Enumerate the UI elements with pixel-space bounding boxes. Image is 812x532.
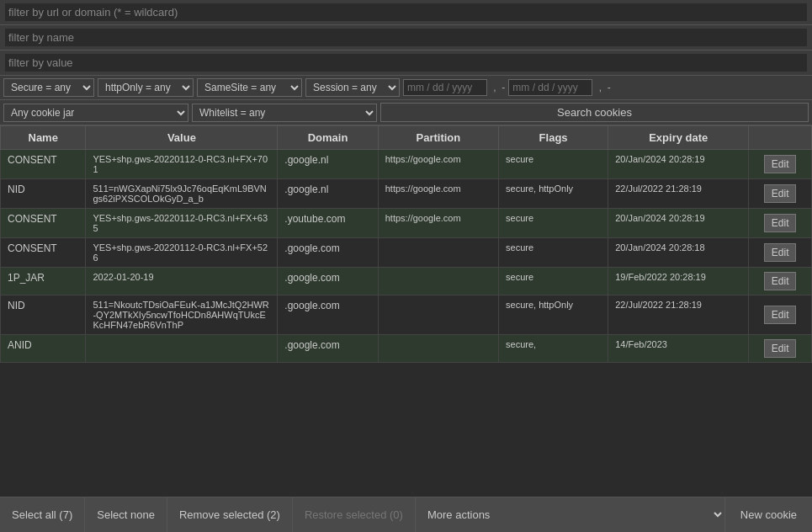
cell-value: YES+shp.gws-20220112-0-RC3.nl+FX+635 bbox=[86, 209, 278, 238]
cell-edit: Edit bbox=[749, 268, 812, 295]
cell-value: 2022-01-20-19 bbox=[86, 268, 278, 295]
cell-partition bbox=[378, 295, 498, 335]
table-row: NID 511=NkoutcTDsiOaFEuK-a1JMcJtQ2HWR-QY… bbox=[1, 295, 812, 335]
cell-edit: Edit bbox=[749, 238, 812, 268]
edit-button[interactable]: Edit bbox=[764, 214, 797, 232]
date-separator-2: , - bbox=[596, 82, 610, 93]
cell-edit: Edit bbox=[749, 150, 812, 179]
col-header-domain: Domain bbox=[278, 126, 378, 150]
url-filter-input[interactable] bbox=[5, 3, 807, 21]
edit-button[interactable]: Edit bbox=[764, 243, 797, 262]
value-filter-row bbox=[0, 51, 812, 76]
table-header-row: Name Value Domain Partition Flags Expiry… bbox=[1, 126, 812, 150]
cell-flags: secure, httpOnly bbox=[499, 295, 608, 335]
cell-partition: https://google.com bbox=[378, 209, 498, 238]
cell-name: NID bbox=[1, 179, 86, 209]
edit-button[interactable]: Edit bbox=[764, 184, 797, 203]
cell-partition bbox=[378, 335, 498, 363]
session-select[interactable]: Session = anySession = trueSession = fal… bbox=[305, 78, 400, 97]
edit-button[interactable]: Edit bbox=[764, 306, 797, 324]
cell-expiry: 20/Jan/2024 20:28:18 bbox=[608, 238, 749, 268]
date-to-input[interactable] bbox=[508, 79, 592, 96]
cell-partition: https://google.com bbox=[378, 150, 498, 179]
select-all-button[interactable]: Select all (7) bbox=[0, 497, 85, 532]
cell-expiry: 22/Jul/2022 21:28:19 bbox=[608, 295, 749, 335]
cell-expiry: 20/Jan/2024 20:28:19 bbox=[608, 150, 749, 179]
samesite-select[interactable]: SameSite = anySameSite = StrictSameSite … bbox=[197, 78, 302, 97]
cell-edit: Edit bbox=[749, 209, 812, 238]
secure-select[interactable]: Secure = anySecure = trueSecure = false bbox=[3, 78, 94, 97]
cell-flags: secure, bbox=[499, 335, 608, 363]
cell-value: 511=nWGXapNi75lx9Jc76oqEqKmL9BVNgs62iPXS… bbox=[86, 179, 278, 209]
cell-domain: .youtube.com bbox=[278, 209, 378, 238]
cell-value: YES+shp.gws-20220112-0-RC3.nl+FX+701 bbox=[86, 150, 278, 179]
col-header-partition: Partition bbox=[378, 126, 498, 150]
select-none-button[interactable]: Select none bbox=[85, 497, 167, 532]
cell-name: CONSENT bbox=[1, 209, 86, 238]
cell-expiry: 14/Feb/2023 bbox=[608, 335, 749, 363]
cell-domain: .google.nl bbox=[278, 150, 378, 179]
cell-flags: secure bbox=[499, 150, 608, 179]
table-row: CONSENT YES+shp.gws-20220112-0-RC3.nl+FX… bbox=[1, 238, 812, 268]
new-cookie-button[interactable]: New cookie bbox=[725, 497, 812, 532]
cell-partition bbox=[378, 238, 498, 268]
cell-domain: .google.nl bbox=[278, 179, 378, 209]
cell-name: CONSENT bbox=[1, 150, 86, 179]
selects-row-2: Any cookie jar Whitelist = anyWhitelist … bbox=[0, 100, 812, 125]
table-row: 1P_JAR 2022-01-20-19 .google.com secure … bbox=[1, 268, 812, 295]
selects-row-1: Secure = anySecure = trueSecure = false … bbox=[0, 76, 812, 100]
bottom-bar: Select all (7) Select none Remove select… bbox=[0, 497, 812, 532]
httponly-select[interactable]: httpOnly = anyhttpOnly = truehttpOnly = … bbox=[98, 78, 194, 97]
cell-edit: Edit bbox=[749, 179, 812, 209]
col-header-name: Name bbox=[1, 126, 86, 150]
cell-name: 1P_JAR bbox=[1, 268, 86, 295]
cell-flags: secure, httpOnly bbox=[499, 179, 608, 209]
table-row: CONSENT YES+shp.gws-20220112-0-RC3.nl+FX… bbox=[1, 209, 812, 238]
table-row: CONSENT YES+shp.gws-20220112-0-RC3.nl+FX… bbox=[1, 150, 812, 179]
cell-flags: secure bbox=[499, 209, 608, 238]
cell-domain: .google.com bbox=[278, 335, 378, 363]
cell-expiry: 19/Feb/2022 20:28:19 bbox=[608, 268, 749, 295]
name-filter-row bbox=[0, 25, 812, 51]
search-cookies-button[interactable]: Search cookies bbox=[380, 103, 809, 122]
col-header-value: Value bbox=[86, 126, 278, 150]
whitelist-select[interactable]: Whitelist = anyWhitelist = trueWhitelist… bbox=[192, 104, 377, 122]
cell-domain: .google.com bbox=[278, 238, 378, 268]
cookies-table-container: Name Value Domain Partition Flags Expiry… bbox=[0, 125, 812, 477]
url-filter-row bbox=[0, 0, 812, 25]
cookie-jar-select[interactable]: Any cookie jar bbox=[3, 104, 188, 122]
cell-flags: secure bbox=[499, 268, 608, 295]
cell-partition: https://google.com bbox=[378, 179, 498, 209]
cell-name: NID bbox=[1, 295, 86, 335]
col-header-expiry: Expiry date bbox=[608, 126, 749, 150]
edit-button[interactable]: Edit bbox=[764, 339, 797, 358]
cell-value: 511=NkoutcTDsiOaFEuK-a1JMcJtQ2HWR-QY2MTk… bbox=[86, 295, 278, 335]
edit-button[interactable]: Edit bbox=[764, 272, 797, 290]
edit-button[interactable]: Edit bbox=[764, 155, 797, 173]
name-filter-input[interactable] bbox=[5, 29, 807, 46]
date-separator-1: , - bbox=[491, 82, 505, 93]
more-actions-container: More actionsExport selectedImport cookie… bbox=[416, 497, 725, 532]
cookies-table: Name Value Domain Partition Flags Expiry… bbox=[0, 125, 812, 363]
restore-selected-button[interactable]: Restore selected (0) bbox=[293, 497, 416, 532]
col-header-actions bbox=[749, 126, 812, 150]
cell-domain: .google.com bbox=[278, 295, 378, 335]
more-actions-select[interactable]: More actionsExport selectedImport cookie… bbox=[416, 497, 724, 532]
table-row: ANID .google.com secure, 14/Feb/2023 Edi… bbox=[1, 335, 812, 363]
cell-name: ANID bbox=[1, 335, 86, 363]
cell-value: YES+shp.gws-20220112-0-RC3.nl+FX+526 bbox=[86, 238, 278, 268]
cell-edit: Edit bbox=[749, 295, 812, 335]
value-filter-input[interactable] bbox=[5, 54, 807, 72]
cell-flags: secure bbox=[499, 238, 608, 268]
cell-value bbox=[86, 335, 278, 363]
cell-edit: Edit bbox=[749, 335, 812, 363]
cell-name: CONSENT bbox=[1, 238, 86, 268]
col-header-flags: Flags bbox=[499, 126, 608, 150]
date-from-input[interactable] bbox=[403, 79, 487, 96]
cell-partition bbox=[378, 268, 498, 295]
remove-selected-button[interactable]: Remove selected (2) bbox=[167, 497, 293, 532]
cell-expiry: 20/Jan/2024 20:28:19 bbox=[608, 209, 749, 238]
cell-expiry: 22/Jul/2022 21:28:19 bbox=[608, 179, 749, 209]
cell-domain: .google.com bbox=[278, 268, 378, 295]
table-row: NID 511=nWGXapNi75lx9Jc76oqEqKmL9BVNgs62… bbox=[1, 179, 812, 209]
